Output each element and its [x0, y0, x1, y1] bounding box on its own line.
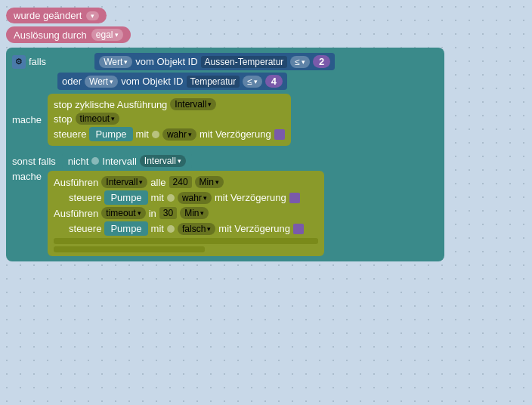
- operator-dropdown-2[interactable]: ≤: [243, 76, 262, 88]
- vom-label-1: vom Objekt ID: [135, 56, 197, 67]
- connector-3: [167, 194, 175, 202]
- verzogerung-label-1: mit Verzögerung: [200, 128, 271, 140]
- object-name-2: Temperatur: [187, 76, 240, 88]
- egal-dropdown[interactable]: egal: [91, 29, 123, 41]
- mache2-label: mache: [12, 171, 42, 182]
- intervall-dropdown-3[interactable]: Intervall: [101, 176, 147, 188]
- stop-label: stop: [54, 113, 73, 125]
- stop-zykl-label: stop zyklische Ausführung: [54, 99, 167, 110]
- object-name-1: Aussen-Temperatur: [201, 56, 288, 68]
- connector-4: [167, 225, 175, 233]
- ausfuhren-label-1: Ausführen: [54, 177, 98, 188]
- changed-dropdown[interactable]: [86, 11, 99, 20]
- sonst-falls-label: sonst falls: [12, 156, 56, 167]
- pumpe-label-1: Pumpe: [95, 128, 126, 140]
- trigger-label: Auslösung durch: [14, 29, 87, 41]
- changed-label: wurde geändert: [14, 10, 82, 21]
- gear-icon-1[interactable]: ⚙: [12, 55, 26, 69]
- value-1[interactable]: 2: [313, 55, 330, 68]
- delay-box-3[interactable]: [293, 224, 304, 234]
- delay-box-1[interactable]: [274, 129, 285, 140]
- mit-label-1: mit: [136, 128, 149, 140]
- verzogerung-label-2: mit Verzögerung: [215, 192, 286, 203]
- connector-2: [91, 157, 99, 165]
- pumpe-label-3: Pumpe: [110, 223, 141, 234]
- oder-label: oder: [62, 76, 82, 87]
- steuere-label-2: steuere: [69, 192, 101, 203]
- wert-dropdown-1[interactable]: Wert: [99, 56, 132, 68]
- wahr-dropdown-2[interactable]: wahr: [178, 192, 212, 204]
- wert-dropdown-2[interactable]: Wert: [85, 76, 118, 88]
- falls-label: falls: [29, 56, 46, 67]
- delay-box-2[interactable]: [289, 193, 300, 203]
- connector-1: [152, 131, 159, 138]
- pumpe-label-2: Pumpe: [110, 192, 141, 203]
- nicht-label: nicht: [68, 156, 88, 167]
- intervall-dropdown-1[interactable]: Intervall: [170, 98, 216, 110]
- mit-label-3: mit: [151, 223, 164, 234]
- wahr-dropdown-1[interactable]: wahr: [162, 128, 196, 141]
- min-dropdown-2[interactable]: Min: [180, 207, 209, 219]
- in-label: in: [149, 208, 156, 219]
- timeout-dropdown-1[interactable]: timeout: [76, 113, 119, 125]
- value-240: 240: [169, 176, 192, 188]
- intervall-label: Intervall: [102, 156, 137, 167]
- verzogerung-label-3: mit Verzögerung: [218, 223, 290, 234]
- alle-label: alle: [150, 177, 165, 188]
- ausfuhren-label-2: Ausführen: [54, 208, 98, 219]
- value-30: 30: [159, 207, 177, 219]
- mache1-label: mache: [12, 114, 42, 125]
- min-dropdown-1[interactable]: Min: [195, 176, 224, 188]
- steuere-label-1: steuere: [54, 128, 86, 140]
- value-2[interactable]: 4: [265, 75, 283, 88]
- timeout-dropdown-2[interactable]: timeout: [101, 207, 145, 219]
- mit-label-2: mit: [151, 192, 164, 203]
- steuere-label-3: steuere: [69, 223, 101, 234]
- falsch-dropdown[interactable]: falsch: [178, 223, 215, 235]
- intervall-dropdown-2[interactable]: Intervall: [140, 155, 186, 167]
- operator-dropdown-1[interactable]: ≤: [290, 56, 310, 68]
- vom-label-2: vom Objekt ID: [121, 76, 183, 87]
